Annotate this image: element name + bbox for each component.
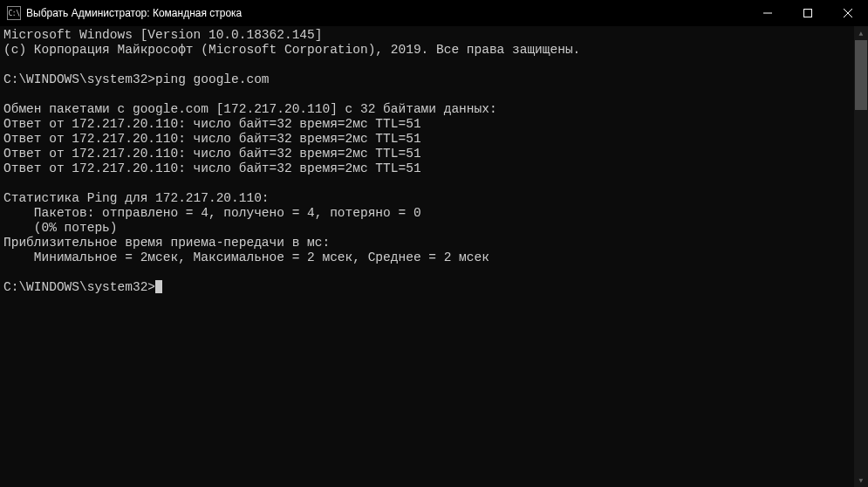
cursor xyxy=(155,280,162,293)
svg-rect-1 xyxy=(804,10,812,17)
terminal-line: Приблизительное время приема-передачи в … xyxy=(3,236,865,250)
terminal-line xyxy=(3,58,865,72)
terminal-line: (c) Корпорация Майкрософт (Microsoft Cor… xyxy=(3,43,865,58)
window-controls xyxy=(748,0,868,26)
scrollbar-thumb[interactable] xyxy=(855,40,867,110)
minimize-button[interactable] xyxy=(748,0,788,26)
terminal-line: Ответ от 172.217.20.110: число байт=32 в… xyxy=(3,147,865,161)
terminal-line: Ответ от 172.217.20.110: число байт=32 в… xyxy=(3,132,865,147)
terminal-line xyxy=(3,176,865,191)
window-title: Выбрать Администратор: Командная строка xyxy=(26,7,748,19)
terminal-line: Минимальное = 2мсек, Максимальное = 2 мс… xyxy=(3,250,865,265)
terminal-line: Ответ от 172.217.20.110: число байт=32 в… xyxy=(3,117,865,132)
terminal-line xyxy=(3,265,865,280)
scroll-down-arrow[interactable]: ▼ xyxy=(854,473,868,487)
terminal-line: Ответ от 172.217.20.110: число байт=32 в… xyxy=(3,161,865,176)
cmd-icon: C:\ xyxy=(7,6,21,20)
terminal-line: Microsoft Windows [Version 10.0.18362.14… xyxy=(3,28,865,43)
maximize-button[interactable] xyxy=(788,0,828,26)
titlebar[interactable]: C:\ Выбрать Администратор: Командная стр… xyxy=(0,0,868,26)
terminal-output[interactable]: Microsoft Windows [Version 10.0.18362.14… xyxy=(0,26,868,487)
prompt-text: C:\WINDOWS\system32> xyxy=(3,280,155,294)
scroll-up-arrow[interactable]: ▲ xyxy=(854,26,868,40)
cmd-window: C:\ Выбрать Администратор: Командная стр… xyxy=(0,0,868,487)
terminal-line: Обмен пакетами с google.com [172.217.20.… xyxy=(3,102,865,117)
terminal-line: C:\WINDOWS\system32>ping google.com xyxy=(3,72,865,87)
terminal-prompt[interactable]: C:\WINDOWS\system32> xyxy=(3,280,865,295)
vertical-scrollbar[interactable]: ▲ ▼ xyxy=(854,26,868,487)
terminal-line: Пакетов: отправлено = 4, получено = 4, п… xyxy=(3,206,865,221)
terminal-line: (0% потерь) xyxy=(3,221,865,236)
terminal-line xyxy=(3,87,865,102)
close-button[interactable] xyxy=(828,0,868,26)
terminal-line: Статистика Ping для 172.217.20.110: xyxy=(3,191,865,206)
